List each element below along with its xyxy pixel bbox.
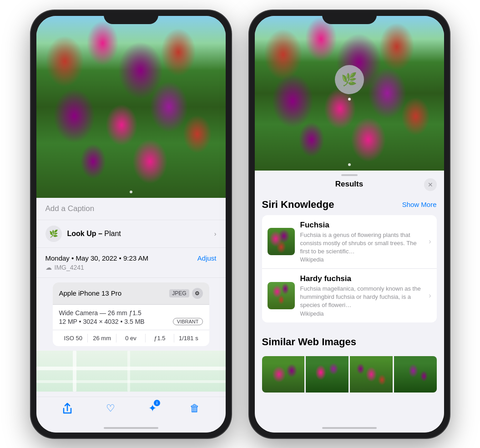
lookup-icon: 🌿 [45, 226, 62, 242]
hardy-thumbnail [268, 282, 295, 309]
exif-row: ISO 50 26 mm 0 ev ƒ1.5 1/181 s [53, 330, 209, 346]
map-section[interactable] [36, 351, 226, 392]
fuchsia-text: Fuchsia Fuchsia is a genus of flowering … [300, 221, 424, 263]
map-background [36, 351, 226, 392]
bottom-toolbar: ♡ ✦ i 🗑 [36, 397, 226, 423]
results-panel: Results ✕ Siri Knowledge Show More [255, 171, 444, 423]
heart-icon: ♡ [106, 403, 115, 414]
similar-image-2[interactable] [306, 356, 349, 393]
show-more-button[interactable]: Show More [402, 201, 437, 208]
leaf-icon: 🌿 [49, 229, 58, 238]
close-icon: ✕ [428, 181, 433, 188]
hardy-chevron: › [429, 292, 431, 300]
fuchsia-chevron: › [429, 237, 431, 246]
siri-lookup-icon[interactable]: 🌿 [335, 65, 364, 94]
siri-knowledge-header: Siri Knowledge Show More [262, 192, 437, 215]
filename: IMG_4241 [55, 264, 84, 271]
exif-shutter: 1/181 s [174, 334, 202, 342]
siri-leaf-icon: 🌿 [341, 72, 357, 87]
camera-details: Wide Camera — 26 mm ƒ1.5 12 MP • 3024 × … [53, 305, 209, 330]
device-section: Apple iPhone 13 Pro JPEG ⚙ Wide Camera —… [53, 282, 209, 346]
badges: JPEG ⚙ [169, 288, 202, 299]
page-indicator [130, 191, 132, 193]
siri-knowledge-title: Siri Knowledge [262, 199, 334, 211]
home-indicator [104, 427, 158, 429]
left-phone: Add a Caption 🌿 Look Up – Plant › Monday… [31, 10, 231, 438]
similar-images-header: Similar Web Images [262, 330, 437, 352]
drag-handle[interactable] [341, 174, 358, 176]
caption-placeholder[interactable]: Add a Caption [45, 204, 95, 213]
hardy-text: Hardy fuchsia Fuchsia magellanica, commo… [300, 274, 424, 317]
share-button[interactable] [62, 403, 73, 414]
device-name: Apple iPhone 13 Pro [59, 289, 122, 297]
similar-image-1[interactable] [262, 356, 305, 393]
share-icon [62, 403, 73, 414]
trash-icon: 🗑 [190, 403, 200, 414]
results-header: Results ✕ [255, 171, 444, 192]
similar-image-3[interactable] [350, 356, 393, 393]
fuchsia-desc: Fuchsia is a genus of flowering plants t… [300, 231, 424, 256]
similar-image-4[interactable] [394, 356, 437, 393]
camera-spec: Wide Camera — 26 mm ƒ1.5 [59, 309, 203, 317]
fuchsia-thumbnail [268, 228, 295, 255]
lookup-row[interactable]: 🌿 Look Up – Plant › [36, 220, 226, 248]
close-button[interactable]: ✕ [424, 178, 437, 191]
heart-button[interactable]: ♡ [106, 403, 115, 414]
sparkle-icon: ✦ i [148, 403, 157, 414]
notch-right [322, 10, 377, 24]
trash-button[interactable]: 🗑 [190, 403, 200, 414]
date-section: Monday • May 30, 2022 • 9:23 AM Adjust ☁… [36, 248, 226, 278]
date-text: Monday • May 30, 2022 • 9:23 AM [45, 254, 148, 262]
hardy-name: Hardy fuchsia [300, 274, 424, 283]
exif-focal: 26 mm [88, 334, 116, 342]
vibrant-badge: VIBRANT [173, 318, 203, 325]
knowledge-item-hardy[interactable]: Hardy fuchsia Fuchsia magellanica, commo… [262, 269, 437, 322]
hardy-source: Wikipedia [300, 311, 424, 317]
siri-dot [348, 98, 351, 101]
similar-section: Similar Web Images [262, 330, 437, 393]
right-phone: 🌿 Results ✕ Siri Knowledge Show More [249, 10, 450, 438]
right-phone-screen: 🌿 Results ✕ Siri Knowledge Show More [255, 16, 444, 433]
similar-images-grid[interactable] [262, 356, 437, 393]
device-header: Apple iPhone 13 Pro JPEG ⚙ [53, 282, 209, 305]
fuchsia-name: Fuchsia [300, 221, 424, 230]
flower-photo[interactable] [36, 16, 226, 198]
info-badge: i [154, 400, 160, 406]
notch [104, 10, 158, 24]
home-bar-right [255, 423, 444, 433]
exif-aperture: ƒ1.5 [146, 334, 174, 342]
mp-text: 12 MP • 3024 × 4032 • 3.5 MB [59, 318, 145, 325]
home-indicator-right [322, 427, 377, 429]
hardy-desc: Fuchsia magellanica, commonly known as t… [300, 285, 424, 310]
page-indicator-right [348, 163, 351, 166]
exif-iso: ISO 50 [59, 334, 88, 342]
lookup-label: Look Up – Plant [67, 230, 121, 238]
exif-ev: 0 ev [116, 334, 145, 342]
info-button[interactable]: ✦ i [148, 403, 157, 414]
results-content[interactable]: Siri Knowledge Show More Fuchsia Fuchsia… [255, 192, 444, 423]
adjust-button[interactable]: Adjust [197, 254, 217, 262]
right-flower-photo: 🌿 [255, 16, 444, 171]
gear-icon[interactable]: ⚙ [192, 288, 203, 299]
results-title: Results [335, 180, 363, 189]
format-badge: JPEG [169, 289, 189, 297]
cloud-icon: ☁ [45, 264, 52, 271]
home-bar [36, 423, 226, 433]
lookup-chevron: › [214, 230, 217, 237]
knowledge-card: Fuchsia Fuchsia is a genus of flowering … [262, 215, 437, 322]
info-panel: Add a Caption 🌿 Look Up – Plant › Monday… [36, 198, 226, 397]
left-phone-screen: Add a Caption 🌿 Look Up – Plant › Monday… [36, 16, 226, 433]
caption-area[interactable]: Add a Caption [36, 198, 226, 220]
similar-images-title: Similar Web Images [262, 336, 356, 348]
fuchsia-source: Wikipedia [300, 257, 424, 263]
knowledge-item-fuchsia[interactable]: Fuchsia Fuchsia is a genus of flowering … [262, 215, 437, 269]
